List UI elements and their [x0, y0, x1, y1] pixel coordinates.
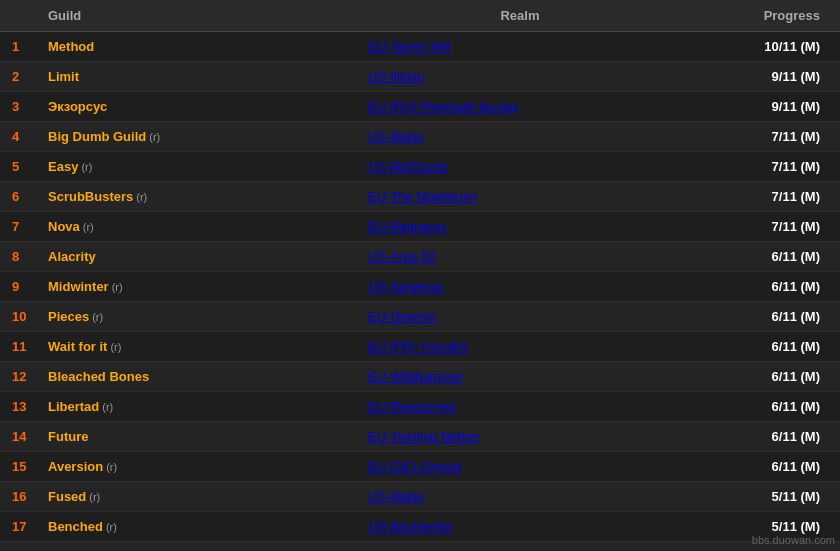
realm-cell: US-Illidan	[360, 127, 680, 146]
guild-cell: Limit	[40, 67, 360, 86]
guild-tag: (r)	[106, 461, 117, 473]
table-row: 15Aversion(r)EU (DE)-Onyxia6/11 (M)	[0, 452, 840, 482]
realm-link[interactable]: US-Illidan	[368, 489, 424, 504]
realm-link[interactable]: EU-Draenor	[368, 309, 437, 324]
table-row: 2LimitUS-Illidan9/11 (M)	[0, 62, 840, 92]
table-row: 9Midwinter(r)US-Sargeras6/11 (M)	[0, 272, 840, 302]
realm-cell: EU-Twisting Nether	[360, 427, 680, 446]
realm-link[interactable]: US-Sargeras	[368, 279, 443, 294]
guild-cell: Method	[40, 37, 360, 56]
guild-link[interactable]: Wait for it	[48, 339, 107, 354]
realm-link[interactable]: US-Illidan	[368, 129, 424, 144]
realm-link[interactable]: EU-Wildhammer	[368, 369, 463, 384]
realm-cell: EU-Wildhammer	[360, 367, 680, 386]
guild-link[interactable]: ScrubBusters	[48, 189, 133, 204]
table-row: 13Libertad(r)EU-Ravencrest6/11 (M)	[0, 392, 840, 422]
table-row: 7Nova(r)EU-Ragnaros7/11 (M)	[0, 212, 840, 242]
realm-cell: EU (DE)-Onyxia	[360, 457, 680, 476]
rank-cell: 3	[0, 97, 40, 116]
progress-cell: 7/11 (M)	[680, 187, 840, 206]
table-row: 14FutureEU-Twisting Nether6/11 (M)	[0, 422, 840, 452]
guild-cell: Bleached Bones	[40, 367, 360, 386]
progress-cell: 9/11 (M)	[680, 67, 840, 86]
guild-link[interactable]: Big Dumb Guild	[48, 129, 146, 144]
rank-cell: 9	[0, 277, 40, 296]
guild-tag: (r)	[149, 131, 160, 143]
guild-header: Guild	[40, 6, 360, 25]
rank-cell: 6	[0, 187, 40, 206]
guild-tag: (r)	[136, 191, 147, 203]
guild-cell: WHATEVER WERE AWES..(r)	[40, 547, 360, 551]
rank-cell: 12	[0, 367, 40, 386]
guild-link[interactable]: Bleached Bones	[48, 369, 149, 384]
watermark: bbs.duowan.com	[752, 534, 835, 546]
progress-cell: 6/11 (M)	[680, 277, 840, 296]
guild-link[interactable]: Libertad	[48, 399, 99, 414]
table-row: 18WHATEVER WERE AWES..(r)US-Magtheridon5…	[0, 542, 840, 551]
guild-link[interactable]: Method	[48, 39, 94, 54]
realm-link[interactable]: US-Boulderfist	[368, 519, 452, 534]
guild-link[interactable]: Nova	[48, 219, 80, 234]
realm-cell: EU-The Maelstrom	[360, 187, 680, 206]
rank-cell: 14	[0, 427, 40, 446]
rank-cell: 15	[0, 457, 40, 476]
rankings-table: Guild Realm Progress 1MethodEU-Tarren Mi…	[0, 0, 840, 551]
guild-link[interactable]: Future	[48, 429, 88, 444]
guild-link[interactable]: Fused	[48, 489, 86, 504]
guild-cell: Wait for it(r)	[40, 337, 360, 356]
realm-link[interactable]: EU-Ragnaros	[368, 219, 447, 234]
guild-cell: Aversion(r)	[40, 457, 360, 476]
guild-link[interactable]: Midwinter	[48, 279, 109, 294]
realm-link[interactable]: EU-Twisting Nether	[368, 429, 480, 444]
realm-link[interactable]: EU (DE)-Onyxia	[368, 459, 461, 474]
realm-cell: US-Area 52	[360, 247, 680, 266]
guild-cell: Libertad(r)	[40, 397, 360, 416]
table-row: 1MethodEU-Tarren Mill10/11 (M)	[0, 32, 840, 62]
realm-link[interactable]: EU (FR)-Ysondre	[368, 339, 468, 354]
progress-cell: 9/11 (M)	[680, 97, 840, 116]
realm-cell: US-Illidan	[360, 487, 680, 506]
realm-link[interactable]: EU-Ravencrest	[368, 399, 456, 414]
table-row: 8AlacrityUS-Area 526/11 (M)	[0, 242, 840, 272]
table-row: 12Bleached BonesEU-Wildhammer6/11 (M)	[0, 362, 840, 392]
guild-link[interactable]: Limit	[48, 69, 79, 84]
guild-link[interactable]: Alacrity	[48, 249, 96, 264]
progress-cell: 6/11 (M)	[680, 307, 840, 326]
guild-cell: Benched(r)	[40, 517, 360, 536]
guild-tag: (r)	[81, 161, 92, 173]
guild-link[interactable]: Pieces	[48, 309, 89, 324]
realm-link[interactable]: US-Illidan	[368, 69, 424, 84]
realm-cell: EU (FR)-Ysondre	[360, 337, 680, 356]
realm-link[interactable]: EU-Tarren Mill	[368, 39, 450, 54]
realm-cell: EU-Draenor	[360, 307, 680, 326]
table-row: 5Easy(r)US-Mal'Ganis7/11 (M)	[0, 152, 840, 182]
progress-cell: 7/11 (M)	[680, 217, 840, 236]
guild-link[interactable]: Benched	[48, 519, 103, 534]
realm-cell: US-Sargeras	[360, 277, 680, 296]
guild-link[interactable]: Easy	[48, 159, 78, 174]
table-row: 6ScrubBusters(r)EU-The Maelstrom7/11 (M)	[0, 182, 840, 212]
realm-link[interactable]: EU (RU)-Ревущий фьорд	[368, 99, 518, 114]
guild-link[interactable]: Экзорсус	[48, 99, 107, 114]
progress-cell: 6/11 (M)	[680, 337, 840, 356]
table-row: 3ЭкзорсусEU (RU)-Ревущий фьорд9/11 (M)	[0, 92, 840, 122]
guild-cell: Big Dumb Guild(r)	[40, 127, 360, 146]
progress-cell: 6/11 (M)	[680, 427, 840, 446]
realm-link[interactable]: EU-The Maelstrom	[368, 189, 477, 204]
progress-cell: 6/11 (M)	[680, 457, 840, 476]
rank-cell: 18	[0, 547, 40, 551]
rank-cell: 13	[0, 397, 40, 416]
rank-cell: 10	[0, 307, 40, 326]
table-header: Guild Realm Progress	[0, 0, 840, 32]
guild-link[interactable]: Aversion	[48, 459, 103, 474]
realm-link[interactable]: US-Area 52	[368, 249, 436, 264]
guild-tag: (r)	[106, 521, 117, 533]
progress-cell: 5/11 (M)	[680, 487, 840, 506]
realm-cell: US-Boulderfist	[360, 517, 680, 536]
guild-tag: (r)	[110, 341, 121, 353]
guild-tag: (r)	[112, 281, 123, 293]
realm-link[interactable]: US-Mal'Ganis	[368, 159, 448, 174]
rank-cell: 1	[0, 37, 40, 56]
realm-cell: EU-Tarren Mill	[360, 37, 680, 56]
rank-cell: 16	[0, 487, 40, 506]
